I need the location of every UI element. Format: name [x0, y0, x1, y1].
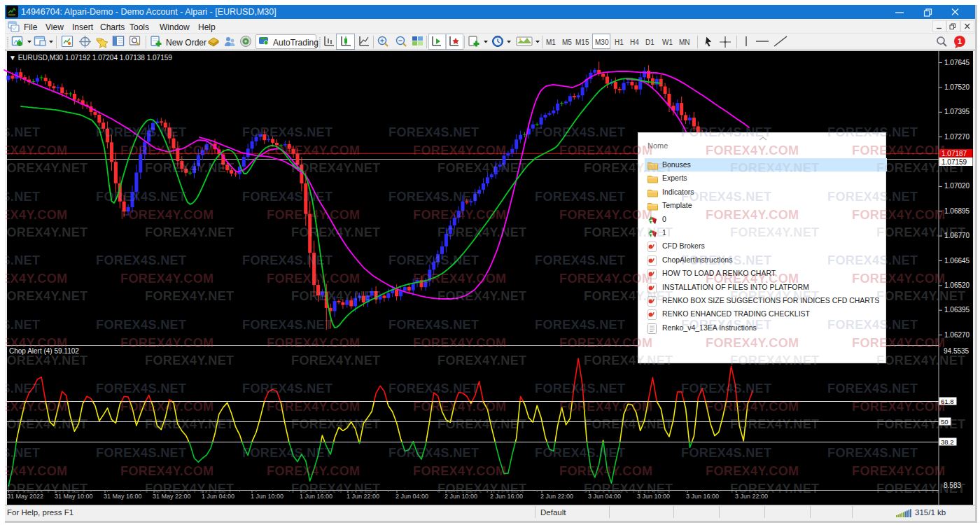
svg-text:1.06645: 1.06645 [944, 257, 970, 265]
svg-text:94.5535: 94.5535 [944, 347, 969, 355]
svg-text:1.06270: 1.06270 [944, 331, 970, 339]
svg-text:1.06520: 1.06520 [944, 281, 970, 289]
svg-text:31 May 16:00: 31 May 16:00 [104, 493, 142, 500]
svg-text:1.07645: 1.07645 [944, 59, 970, 66]
svg-text:1.07520: 1.07520 [944, 83, 970, 91]
svg-text:3 Jun 10:00: 3 Jun 10:00 [637, 493, 670, 500]
svg-text:31 May 2022: 31 May 2022 [7, 493, 43, 500]
svg-text:61.8: 61.8 [941, 398, 954, 405]
svg-text:1.07159: 1.07159 [941, 158, 967, 166]
svg-text:3 Jun 22:00: 3 Jun 22:00 [735, 493, 768, 500]
svg-text:1 Jun 04:00: 1 Jun 04:00 [202, 493, 234, 500]
svg-text:38.2: 38.2 [941, 438, 954, 446]
svg-text:1 Jun 22:00: 1 Jun 22:00 [346, 493, 379, 500]
svg-text:31 May 10:00: 31 May 10:00 [55, 493, 93, 500]
svg-text:1.07020: 1.07020 [944, 182, 970, 190]
svg-text:1.07270: 1.07270 [944, 133, 970, 141]
svg-text:Chop Alert (4) 59.1102: Chop Alert (4) 59.1102 [9, 347, 79, 355]
svg-text:1.06895: 1.06895 [944, 207, 970, 215]
svg-text:1.06770: 1.06770 [944, 232, 970, 239]
svg-text:3 Jun 16:00: 3 Jun 16:00 [686, 493, 719, 500]
svg-text:50: 50 [941, 418, 948, 426]
svg-text:2 Jun 04:00: 2 Jun 04:00 [396, 493, 428, 500]
svg-text:2 Jun 22:00: 2 Jun 22:00 [540, 493, 573, 500]
svg-text:1 Jun 16:00: 1 Jun 16:00 [300, 493, 332, 500]
svg-text:3 Jun 04:00: 3 Jun 04:00 [588, 493, 621, 500]
svg-text:1.06395: 1.06395 [944, 306, 970, 314]
svg-text:1.07187: 1.07187 [941, 150, 967, 158]
svg-text:1.07395: 1.07395 [944, 108, 970, 115]
svg-text:31 May 22:00: 31 May 22:00 [153, 493, 191, 500]
svg-text:8.583: 8.583 [944, 482, 961, 489]
svg-text:2 Jun 16:00: 2 Jun 16:00 [490, 493, 523, 500]
svg-text:1 Jun 10:00: 1 Jun 10:00 [251, 493, 284, 500]
svg-text:▼ EURUSD,M30 1.07192 1.07204: ▼ EURUSD,M30 1.07192 1.07204 1.07138 1.0… [9, 54, 172, 62]
svg-text:2 Jun 10:00: 2 Jun 10:00 [444, 493, 477, 500]
